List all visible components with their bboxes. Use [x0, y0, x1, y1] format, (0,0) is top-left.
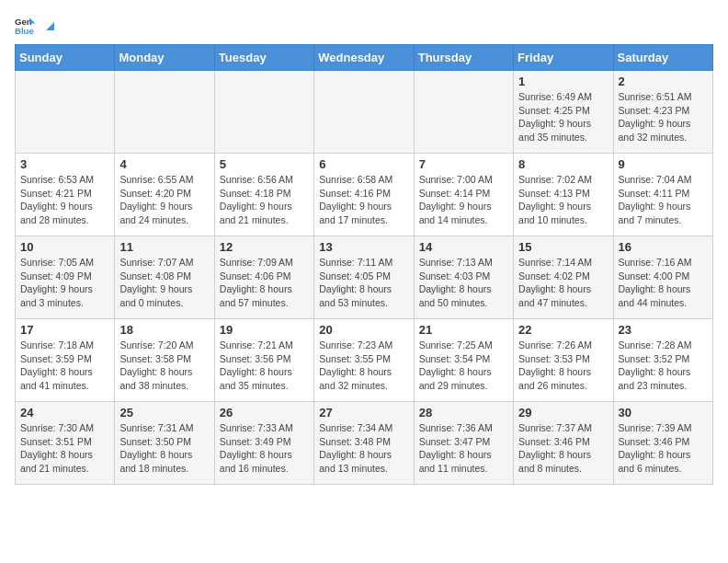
- day-info: Sunrise: 7:09 AMSunset: 4:06 PMDaylight:…: [220, 256, 309, 310]
- day-info: Sunrise: 7:05 AMSunset: 4:09 PMDaylight:…: [20, 256, 109, 310]
- day-number: 15: [518, 240, 608, 254]
- calendar-cell: 5Sunrise: 6:56 AMSunset: 4:18 PMDaylight…: [214, 154, 313, 236]
- day-number: 3: [20, 157, 109, 171]
- calendar-cell: 10Sunrise: 7:05 AMSunset: 4:09 PMDayligh…: [16, 236, 115, 319]
- day-info: Sunrise: 6:51 AMSunset: 4:23 PMDaylight:…: [619, 90, 708, 144]
- calendar-cell: 22Sunrise: 7:26 AMSunset: 3:53 PMDayligh…: [514, 319, 613, 402]
- day-number: 17: [20, 323, 109, 337]
- day-number: 2: [619, 75, 708, 88]
- week-row-5: 24Sunrise: 7:30 AMSunset: 3:51 PMDayligh…: [16, 402, 713, 485]
- calendar-cell: 13Sunrise: 7:11 AMSunset: 4:05 PMDayligh…: [314, 236, 414, 319]
- day-info: Sunrise: 7:07 AMSunset: 4:08 PMDaylight:…: [119, 256, 209, 310]
- day-number: 26: [220, 406, 309, 419]
- day-info: Sunrise: 7:37 AMSunset: 3:46 PMDaylight:…: [518, 421, 608, 476]
- svg-marker-1: [29, 17, 35, 23]
- day-number: 8: [518, 157, 608, 171]
- day-info: Sunrise: 7:20 AMSunset: 3:58 PMDaylight:…: [119, 339, 209, 393]
- logo-icon: Gen Blue: [15, 15, 37, 37]
- calendar-cell: 21Sunrise: 7:25 AMSunset: 3:54 PMDayligh…: [414, 319, 513, 402]
- calendar-cell: 19Sunrise: 7:21 AMSunset: 3:56 PMDayligh…: [214, 319, 313, 402]
- calendar-header: SundayMondayTuesdayWednesdayThursdayFrid…: [16, 45, 713, 71]
- calendar-cell: 8Sunrise: 7:02 AMSunset: 4:13 PMDaylight…: [514, 154, 613, 236]
- calendar-cell: 7Sunrise: 7:00 AMSunset: 4:14 PMDaylight…: [414, 154, 513, 236]
- day-info: Sunrise: 7:14 AMSunset: 4:02 PMDaylight:…: [518, 256, 608, 310]
- calendar-body: 1Sunrise: 6:49 AMSunset: 4:25 PMDaylight…: [16, 71, 713, 485]
- calendar-cell: 24Sunrise: 7:30 AMSunset: 3:51 PMDayligh…: [16, 402, 115, 485]
- calendar-cell: [115, 71, 214, 154]
- day-info: Sunrise: 7:21 AMSunset: 3:56 PMDaylight:…: [220, 339, 309, 393]
- day-number: 6: [319, 157, 408, 171]
- day-number: 22: [518, 323, 608, 337]
- day-info: Sunrise: 7:33 AMSunset: 3:49 PMDaylight:…: [220, 421, 309, 476]
- day-number: 27: [319, 406, 408, 419]
- weekday-header-tuesday: Tuesday: [214, 45, 313, 71]
- day-number: 9: [619, 157, 708, 171]
- weekday-header-thursday: Thursday: [414, 45, 513, 71]
- day-info: Sunrise: 7:18 AMSunset: 3:59 PMDaylight:…: [20, 339, 109, 393]
- day-info: Sunrise: 7:34 AMSunset: 3:48 PMDaylight:…: [319, 421, 408, 476]
- day-info: Sunrise: 6:55 AMSunset: 4:20 PMDaylight:…: [119, 173, 209, 227]
- week-row-3: 10Sunrise: 7:05 AMSunset: 4:09 PMDayligh…: [16, 236, 713, 319]
- day-info: Sunrise: 7:30 AMSunset: 3:51 PMDaylight:…: [20, 421, 109, 476]
- day-number: 13: [319, 240, 408, 254]
- day-info: Sunrise: 7:28 AMSunset: 3:52 PMDaylight:…: [619, 339, 708, 393]
- day-info: Sunrise: 7:31 AMSunset: 3:50 PMDaylight:…: [119, 421, 209, 476]
- day-number: 1: [518, 75, 608, 88]
- calendar-cell: 15Sunrise: 7:14 AMSunset: 4:02 PMDayligh…: [514, 236, 613, 319]
- day-info: Sunrise: 7:25 AMSunset: 3:54 PMDaylight:…: [419, 339, 508, 393]
- logo: Gen Blue: [15, 15, 58, 37]
- weekday-header-monday: Monday: [115, 45, 214, 71]
- page-header: Gen Blue: [15, 15, 713, 37]
- weekday-header-friday: Friday: [514, 45, 613, 71]
- day-number: 7: [419, 157, 508, 171]
- calendar-cell: 3Sunrise: 6:53 AMSunset: 4:21 PMDaylight…: [16, 154, 115, 236]
- day-number: 12: [220, 240, 309, 254]
- logo-triangle-icon: [41, 17, 58, 34]
- day-info: Sunrise: 7:23 AMSunset: 3:55 PMDaylight:…: [319, 339, 408, 393]
- svg-marker-3: [46, 22, 54, 30]
- day-number: 19: [220, 323, 309, 337]
- calendar-cell: 25Sunrise: 7:31 AMSunset: 3:50 PMDayligh…: [115, 402, 214, 485]
- day-number: 14: [419, 240, 508, 254]
- day-number: 29: [518, 406, 608, 419]
- day-number: 23: [619, 323, 708, 337]
- calendar-cell: 18Sunrise: 7:20 AMSunset: 3:58 PMDayligh…: [115, 319, 214, 402]
- calendar-cell: 17Sunrise: 7:18 AMSunset: 3:59 PMDayligh…: [16, 319, 115, 402]
- day-info: Sunrise: 7:13 AMSunset: 4:03 PMDaylight:…: [419, 256, 508, 310]
- calendar-cell: 20Sunrise: 7:23 AMSunset: 3:55 PMDayligh…: [314, 319, 414, 402]
- weekday-header-row: SundayMondayTuesdayWednesdayThursdayFrid…: [16, 45, 713, 71]
- day-info: Sunrise: 6:49 AMSunset: 4:25 PMDaylight:…: [518, 90, 608, 144]
- calendar-cell: [414, 71, 513, 154]
- calendar-cell: 28Sunrise: 7:36 AMSunset: 3:47 PMDayligh…: [414, 402, 513, 485]
- calendar-cell: 14Sunrise: 7:13 AMSunset: 4:03 PMDayligh…: [414, 236, 513, 319]
- calendar-cell: 29Sunrise: 7:37 AMSunset: 3:46 PMDayligh…: [514, 402, 613, 485]
- day-info: Sunrise: 6:56 AMSunset: 4:18 PMDaylight:…: [220, 173, 309, 227]
- calendar-cell: [314, 71, 414, 154]
- calendar-cell: [16, 71, 115, 154]
- day-info: Sunrise: 7:02 AMSunset: 4:13 PMDaylight:…: [518, 173, 608, 227]
- calendar-cell: 26Sunrise: 7:33 AMSunset: 3:49 PMDayligh…: [214, 402, 313, 485]
- day-number: 11: [119, 240, 209, 254]
- calendar-cell: 11Sunrise: 7:07 AMSunset: 4:08 PMDayligh…: [115, 236, 214, 319]
- day-number: 18: [119, 323, 209, 337]
- calendar-cell: 12Sunrise: 7:09 AMSunset: 4:06 PMDayligh…: [214, 236, 313, 319]
- day-info: Sunrise: 7:39 AMSunset: 3:46 PMDaylight:…: [619, 421, 708, 476]
- day-number: 21: [419, 323, 508, 337]
- calendar-cell: 2Sunrise: 6:51 AMSunset: 4:23 PMDaylight…: [613, 71, 712, 154]
- calendar-table: SundayMondayTuesdayWednesdayThursdayFrid…: [15, 44, 713, 485]
- calendar-cell: 27Sunrise: 7:34 AMSunset: 3:48 PMDayligh…: [314, 402, 414, 485]
- week-row-2: 3Sunrise: 6:53 AMSunset: 4:21 PMDaylight…: [16, 154, 713, 236]
- calendar-cell: 4Sunrise: 6:55 AMSunset: 4:20 PMDaylight…: [115, 154, 214, 236]
- svg-text:Blue: Blue: [15, 26, 34, 36]
- day-number: 25: [119, 406, 209, 419]
- day-number: 20: [319, 323, 408, 337]
- calendar-cell: 23Sunrise: 7:28 AMSunset: 3:52 PMDayligh…: [613, 319, 712, 402]
- week-row-4: 17Sunrise: 7:18 AMSunset: 3:59 PMDayligh…: [16, 319, 713, 402]
- calendar-cell: [214, 71, 313, 154]
- weekday-header-wednesday: Wednesday: [314, 45, 414, 71]
- day-number: 4: [119, 157, 209, 171]
- weekday-header-sunday: Sunday: [16, 45, 115, 71]
- day-info: Sunrise: 7:11 AMSunset: 4:05 PMDaylight:…: [319, 256, 408, 310]
- day-number: 24: [20, 406, 109, 419]
- day-number: 30: [619, 406, 708, 419]
